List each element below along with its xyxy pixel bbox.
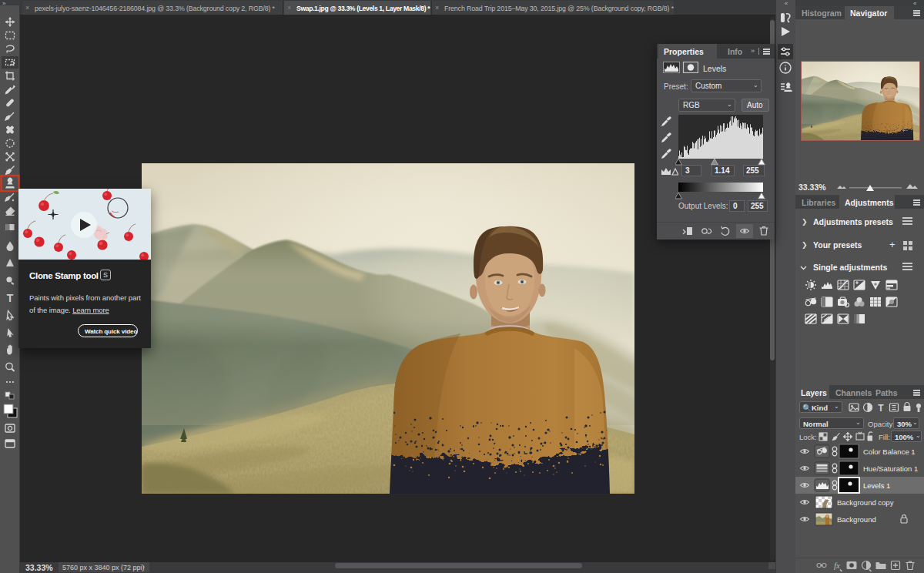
- svg-text:T: T: [7, 292, 14, 304]
- svg-text:«: «: [785, 0, 788, 7]
- svg-text:fx: fx: [834, 561, 840, 570]
- svg-text:T: T: [878, 403, 884, 414]
